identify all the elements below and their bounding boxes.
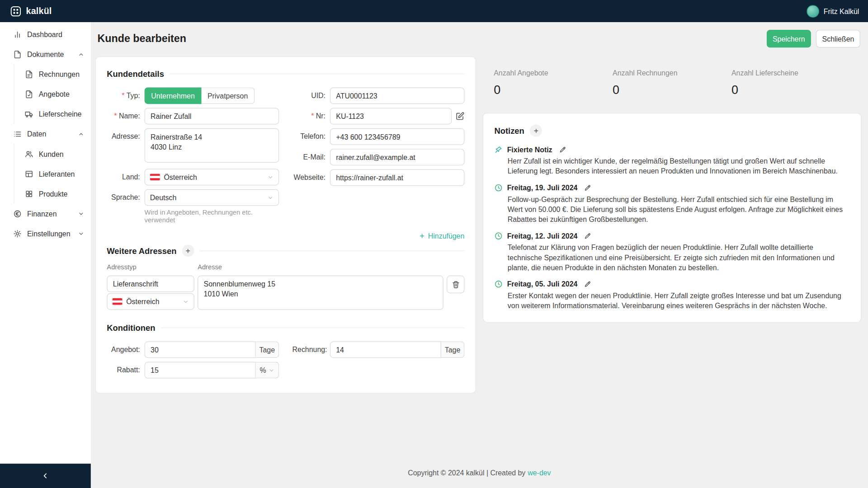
note-text: Herr Zufall ist ein wichtiger Kunde, der… [508,157,844,176]
sidebar-item-label: Angebote [39,90,70,98]
col-adresse: Adresse [198,263,222,271]
email-label: E-Mail: [292,149,326,161]
nr-input[interactable] [330,108,452,125]
stat-label: Anzahl Angebote [494,69,613,77]
sidebar-item-kunden[interactable]: Kunden [14,144,91,164]
sidebar-item-label: Lieferscheine [39,110,82,118]
sidebar-item-angebote[interactable]: Angebote [14,84,91,104]
file-check-icon [25,90,33,98]
app-root: kalkül Fritz Kalkül Dashboard Dokumente … [0,0,868,488]
sidebar-item-dashboard[interactable]: Dashboard [0,24,91,44]
sidebar-item-label: Dokumente [27,50,64,58]
rechnung-tage-input[interactable] [330,342,441,358]
sidebar: Dashboard Dokumente Rechnungen Angebote [0,22,91,488]
avatar [807,5,819,17]
sprache-select[interactable]: Deutsch [145,189,279,206]
footer: Copyright © 2024 kalkül | Created bywe-d… [91,460,868,488]
stat-angebote: Anzahl Angebote 0 [494,69,613,98]
adresstyp-input[interactable] [107,276,194,292]
sidebar-item-lieferscheine[interactable]: Lieferscheine [14,104,91,124]
euro-circle-icon [13,209,21,217]
sidebar-item-produkte[interactable]: Produkte [14,184,91,204]
notes-card: Notizen Fixierte Notiz Herr Zufall ist e… [483,113,862,323]
col-adresstyp: Adresstyp [107,263,194,271]
austria-flag-icon [150,174,160,180]
sidebar-item-dokumente[interactable]: Dokumente [0,44,91,64]
edit-number-icon[interactable] [456,112,465,121]
angebot-tage-input[interactable] [145,342,256,358]
telefon-label: Telefon: [292,128,326,141]
land-label: Land: [107,169,140,181]
sidebar-collapse-trigger[interactable] [0,464,91,488]
save-button[interactable]: Speichern [766,30,811,47]
address-textarea[interactable]: Sonnenblumenweg 15 1010 Wien [198,276,443,310]
rabatt-input[interactable] [145,362,256,379]
add-address-link[interactable]: Hinzufügen [419,232,464,240]
address-table-header: Adresstyp Adresse [107,263,464,271]
angebot-tage-suffix: Tage [256,342,279,358]
notes-title: Notizen [494,126,524,136]
rabatt-unit-value: % [260,366,266,374]
bar-chart-icon [13,30,21,38]
note-entry: Freitag, 12. Juli 2024 Telefonat zur Klä… [494,232,849,272]
section-title: Kundendetails [107,69,164,79]
pin-icon [494,145,502,154]
add-address-label: Hinzufügen [428,232,465,240]
edit-note-icon[interactable] [584,281,591,288]
edit-note-icon[interactable] [584,184,591,192]
note-entry: Fixierte Notiz Herr Zufall ist ein wicht… [494,145,849,176]
section-weitere-adressen: Weitere Adressen [107,244,464,257]
webseite-label: Webseite: [292,169,326,182]
telefon-input[interactable] [330,128,465,145]
add-note-button[interactable] [530,125,542,137]
address-land-select[interactable]: Österreich [107,293,194,310]
user-menu[interactable]: Fritz Kalkül [807,5,859,17]
sidebar-item-label: Dashboard [27,30,62,38]
we-dev-link[interactable]: we-dev [528,469,551,477]
sidebar-item-rechnungen[interactable]: Rechnungen [14,64,91,84]
sidebar-item-finanzen[interactable]: Finanzen [0,204,91,224]
brand[interactable]: kalkül [10,5,52,17]
sidebar-item-label: Daten [27,130,46,138]
sidebar-item-label: Produkte [39,189,68,197]
chevron-down-icon [183,299,189,305]
note-title: Fixierte Notiz [507,145,552,154]
rabatt-unit-select[interactable]: % [256,362,279,379]
adresse-textarea[interactable]: Rainerstraße 14 4030 Linz [145,128,279,163]
land-select[interactable]: Österreich [145,169,279,185]
email-input[interactable] [330,149,465,165]
sprache-value: Deutsch [150,193,176,202]
edit-note-icon[interactable] [584,233,591,240]
stat-rechnungen: Anzahl Rechnungen 0 [613,69,731,98]
stats-row: Anzahl Angebote 0 Anzahl Rechnungen 0 An… [483,56,862,98]
sidebar-item-label: Kunden [39,150,64,158]
sidebar-group-dokumente: Rechnungen Angebote Lieferscheine [14,64,91,124]
file-text-icon [25,70,33,78]
grid-icon [25,189,33,197]
plus-icon [419,233,425,239]
name-input[interactable] [145,108,279,125]
close-button[interactable]: Schließen [816,30,860,47]
uid-input[interactable] [330,87,465,104]
delete-address-button[interactable] [447,276,464,293]
chevron-down-icon [269,367,274,373]
add-address-button[interactable] [182,244,194,257]
rechnung-tage-suffix: Tage [441,342,464,358]
sprache-hint: Wird in Angeboten, Rechnungen etc. verwe… [145,209,279,224]
edit-note-icon[interactable] [559,146,566,153]
note-text: Telefonat zur Klärung von Fragen bezügli… [508,243,844,272]
sidebar-item-lieferanten[interactable]: Lieferanten [14,164,91,183]
sidebar-item-einstellungen[interactable]: Einstellungen [0,224,91,244]
clock-icon [494,232,502,240]
list-icon [13,130,21,138]
right-column: Anzahl Angebote 0 Anzahl Rechnungen 0 An… [483,56,862,323]
clock-icon [494,280,502,288]
sidebar-item-label: Einstellungen [27,230,71,238]
sidebar-group-daten: Kunden Lieferanten Produkte [14,144,91,203]
typ-privatperson-button[interactable]: Privatperson [201,87,255,104]
sidebar-item-daten[interactable]: Daten [0,124,91,144]
page-header: Kunde bearbeiten Speichern Schließen [91,22,868,53]
typ-unternehmen-button[interactable]: Unternehmen [145,87,202,104]
stat-value: 0 [613,83,731,98]
webseite-input[interactable] [330,169,465,186]
